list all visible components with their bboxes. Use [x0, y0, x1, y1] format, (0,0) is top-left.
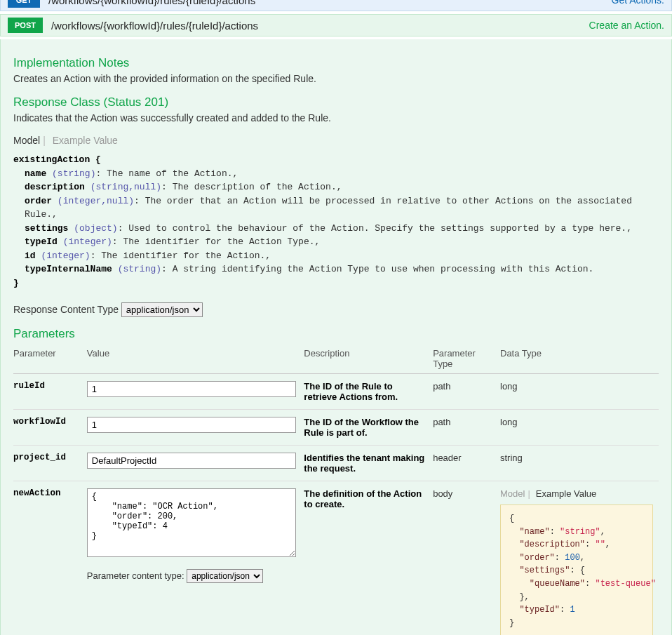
col-data-type: Data Type	[500, 344, 659, 374]
col-parameter-type: Parameter Type	[433, 344, 500, 374]
response-content-type-label: Response Content Type	[13, 304, 119, 315]
param-desc: The definition of the Action to create.	[304, 481, 433, 636]
table-row: workflowId The ID of the Workflow the Ru…	[13, 410, 659, 446]
operation-content: Implementation Notes Creates an Action w…	[0, 39, 672, 635]
table-row: newAction { "name": "OCR Action", "order…	[13, 481, 659, 636]
projectid-input[interactable]	[87, 453, 296, 469]
endpoint-header-get[interactable]: GET /workflows/{workflowId}/rules/{ruleI…	[0, 0, 672, 11]
param-name: ruleId	[13, 374, 87, 410]
newaction-textarea[interactable]: { "name": "OCR Action", "order": 200, "t…	[87, 488, 296, 557]
response-content-type-row: Response Content Type application/json	[13, 302, 659, 317]
param-name: workflowId	[13, 410, 87, 446]
workflowid-input[interactable]	[87, 417, 296, 433]
param-dtype: long	[500, 410, 659, 446]
implementation-notes-heading: Implementation Notes	[13, 56, 659, 70]
schema-row: typeInternalName (string): A string iden…	[25, 262, 659, 276]
schema-row: typeId (integer): The identifier for the…	[25, 235, 659, 249]
param-ptype: body	[433, 481, 500, 636]
parameters-heading: Parameters	[13, 327, 659, 341]
method-badge-post: POST	[8, 18, 43, 33]
schema-row: id (integer): The identifier for the Act…	[25, 249, 659, 263]
response-content-type-select[interactable]: application/json	[121, 302, 203, 317]
param-ptype: path	[433, 410, 500, 446]
param-name: project_id	[13, 446, 87, 481]
table-row: ruleId The ID of the Rule to retrieve Ac…	[13, 374, 659, 410]
schema-close: }	[13, 276, 659, 290]
schema-row: order (integer,null): The order that an …	[25, 194, 659, 222]
tab-example-value[interactable]: Example Value	[536, 488, 596, 499]
response-model-schema: existingAction { name (string): The name…	[13, 153, 659, 290]
response-class-text: Indicates that the Action was successful…	[13, 112, 659, 123]
tab-model[interactable]: Model	[500, 488, 525, 499]
tab-model[interactable]: Model	[13, 135, 40, 146]
parameters-table: Parameter Value Description Parameter Ty…	[13, 344, 659, 635]
schema-row: description (string,null): The descripti…	[25, 180, 659, 194]
table-row: project_id Identifies the tenant making …	[13, 446, 659, 481]
schema-type-name: existingAction {	[13, 153, 659, 167]
parameter-content-type-select[interactable]: application/json	[187, 569, 263, 583]
col-description: Description	[304, 344, 433, 374]
param-desc: Identifies the tenant making the request…	[304, 446, 433, 481]
endpoint-summary-get[interactable]: Get Actions.	[612, 0, 664, 6]
endpoint-path-post[interactable]: /workflows/{workflowId}/rules/{ruleId}/a…	[51, 20, 589, 32]
col-value: Value	[87, 344, 304, 374]
tab-example-value[interactable]: Example Value	[53, 135, 118, 146]
model-example-toggle: Model|Example Value	[13, 135, 659, 146]
datatype-model-toggle: Model|Example Value	[500, 488, 653, 499]
parameter-content-type-row: Parameter content type: application/json	[87, 569, 298, 583]
param-desc: The ID of the Rule to retrieve Actions f…	[304, 374, 433, 410]
param-ptype: header	[433, 446, 500, 481]
schema-row: name (string): The name of the Action.,	[25, 167, 659, 181]
endpoint-path-get[interactable]: /workflows/{workflowId}/rules/{ruleId}/a…	[48, 0, 612, 6]
col-parameter: Parameter	[13, 344, 87, 374]
param-name: newAction	[13, 481, 87, 636]
response-class-heading: Response Class (Status 201)	[13, 95, 659, 109]
param-dtype: long	[500, 374, 659, 410]
param-dtype: string	[500, 446, 659, 481]
ruleid-input[interactable]	[87, 381, 296, 397]
schema-row: settings (object): Used to control the b…	[25, 222, 659, 236]
endpoint-header-post[interactable]: POST /workflows/{workflowId}/rules/{rule…	[0, 14, 672, 36]
param-ptype: path	[433, 374, 500, 410]
endpoint-summary-post[interactable]: Create an Action.	[589, 20, 664, 31]
implementation-notes-text: Creates an Action with the provided info…	[13, 73, 659, 84]
example-value-snippet[interactable]: { "name": "string", "description": "", "…	[500, 504, 653, 635]
param-desc: The ID of the Workflow the Rule is part …	[304, 410, 433, 446]
method-badge-get: GET	[8, 0, 40, 8]
parameter-content-type-label: Parameter content type:	[87, 570, 184, 581]
